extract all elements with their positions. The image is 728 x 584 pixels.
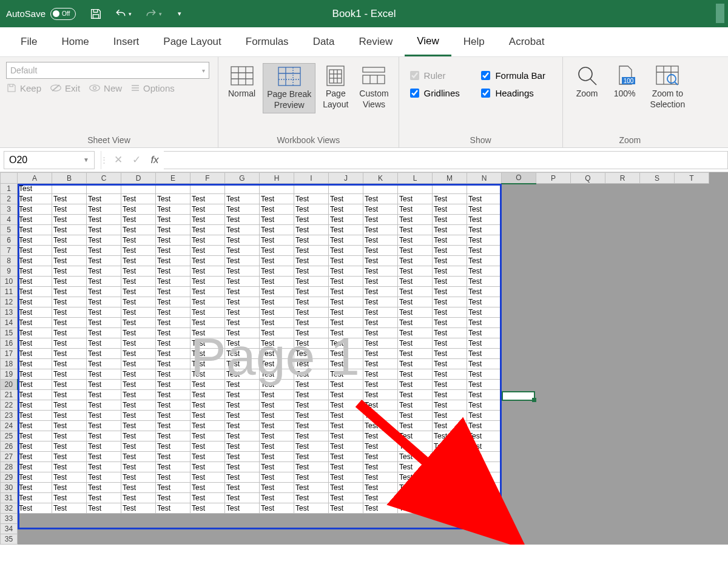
cell-F19[interactable]: Test <box>190 369 225 380</box>
cell-L28[interactable]: Test <box>398 462 433 472</box>
cell-Q17[interactable] <box>571 349 605 359</box>
page-break-preview-button[interactable]: Page Break Preview <box>263 63 315 113</box>
cell-Q24[interactable] <box>571 421 605 431</box>
cell-Q7[interactable] <box>571 246 605 256</box>
cell-B29[interactable]: Test <box>52 472 87 483</box>
cell-N31[interactable]: Test <box>467 493 502 503</box>
cell-J26[interactable]: Test <box>329 441 363 452</box>
cell-D20[interactable]: Test <box>121 380 156 390</box>
cell-G3[interactable]: Test <box>225 204 260 215</box>
cell-C7[interactable]: Test <box>87 246 121 256</box>
cell-O23[interactable] <box>502 411 536 421</box>
cell-S32[interactable] <box>640 503 675 514</box>
cell-B15[interactable]: Test <box>52 328 87 338</box>
cell-F20[interactable]: Test <box>190 380 225 390</box>
cell-I29[interactable]: Test <box>294 472 329 483</box>
cell-Q22[interactable] <box>571 400 605 411</box>
cell-M13[interactable]: Test <box>433 307 467 318</box>
cell-R34[interactable] <box>605 524 640 534</box>
cell-E12[interactable]: Test <box>156 297 190 307</box>
row-head-19[interactable]: 19 <box>1 369 18 380</box>
cell-O16[interactable] <box>502 338 536 349</box>
cell-C14[interactable]: Test <box>87 318 121 328</box>
cell-G15[interactable]: Test <box>225 328 260 338</box>
cell-D29[interactable]: Test <box>121 472 156 483</box>
cell-T27[interactable] <box>675 452 709 462</box>
cell-E1[interactable] <box>156 184 190 194</box>
cell-O13[interactable] <box>502 307 536 318</box>
cell-H28[interactable]: Test <box>260 462 294 472</box>
cell-F28[interactable]: Test <box>190 462 225 472</box>
cell-F30[interactable]: Test <box>190 483 225 493</box>
cell-S19[interactable] <box>640 369 675 380</box>
col-head-P[interactable]: P <box>536 173 571 184</box>
cell-G6[interactable]: Test <box>225 235 260 246</box>
row-head-4[interactable]: 4 <box>1 215 18 225</box>
cell-P23[interactable] <box>536 411 571 421</box>
cell-C4[interactable]: Test <box>87 215 121 225</box>
cell-E21[interactable]: Test <box>156 390 190 400</box>
cell-O31[interactable] <box>502 493 536 503</box>
cell-F15[interactable]: Test <box>190 328 225 338</box>
cell-Q30[interactable] <box>571 483 605 493</box>
cell-L2[interactable]: Test <box>398 194 433 204</box>
cell-E3[interactable]: Test <box>156 204 190 215</box>
cell-A31[interactable]: Test <box>18 493 52 503</box>
row-head-12[interactable]: 12 <box>1 297 18 307</box>
cell-Q21[interactable] <box>571 390 605 400</box>
cell-K17[interactable]: Test <box>363 349 398 359</box>
cell-M8[interactable]: Test <box>433 256 467 266</box>
row-head-31[interactable]: 31 <box>1 493 18 503</box>
cell-C21[interactable]: Test <box>87 390 121 400</box>
cell-B18[interactable]: Test <box>52 359 87 369</box>
cell-D33[interactable] <box>121 514 156 524</box>
cell-M35[interactable] <box>433 534 467 545</box>
cell-H17[interactable]: Test <box>260 349 294 359</box>
cell-L25[interactable]: Test <box>398 431 433 441</box>
undo-icon[interactable]: ▾ <box>112 7 133 21</box>
row-head-27[interactable]: 27 <box>1 452 18 462</box>
cell-S14[interactable] <box>640 318 675 328</box>
cell-A6[interactable]: Test <box>18 235 52 246</box>
cell-Q8[interactable] <box>571 256 605 266</box>
cell-F31[interactable]: Test <box>190 493 225 503</box>
cell-O29[interactable] <box>502 472 536 483</box>
row-head-3[interactable]: 3 <box>1 204 18 215</box>
custom-views-button[interactable]: Custom Views <box>356 63 392 113</box>
cell-K1[interactable] <box>363 184 398 194</box>
cell-S21[interactable] <box>640 390 675 400</box>
cell-R32[interactable] <box>605 503 640 514</box>
cell-G9[interactable]: Test <box>225 266 260 277</box>
cell-T16[interactable] <box>675 338 709 349</box>
cell-G27[interactable]: Test <box>225 452 260 462</box>
cell-N25[interactable]: Test <box>467 431 502 441</box>
cell-M12[interactable]: Test <box>433 297 467 307</box>
cell-S31[interactable] <box>640 493 675 503</box>
cell-K5[interactable]: Test <box>363 225 398 235</box>
cell-G29[interactable]: Test <box>225 472 260 483</box>
cell-N3[interactable]: Test <box>467 204 502 215</box>
cell-K15[interactable]: Test <box>363 328 398 338</box>
cell-R6[interactable] <box>605 235 640 246</box>
cell-S3[interactable] <box>640 204 675 215</box>
cell-M18[interactable]: Test <box>433 359 467 369</box>
row-head-26[interactable]: 26 <box>1 441 18 452</box>
cell-L31[interactable]: Test <box>398 493 433 503</box>
cell-S33[interactable] <box>640 514 675 524</box>
cell-I15[interactable]: Test <box>294 328 329 338</box>
cell-R30[interactable] <box>605 483 640 493</box>
cell-P7[interactable] <box>536 246 571 256</box>
cell-T18[interactable] <box>675 359 709 369</box>
cell-Q2[interactable] <box>571 194 605 204</box>
cell-D7[interactable]: Test <box>121 246 156 256</box>
col-head-Q[interactable]: Q <box>571 173 605 184</box>
cell-G2[interactable]: Test <box>225 194 260 204</box>
cell-P26[interactable] <box>536 441 571 452</box>
cell-D35[interactable] <box>121 534 156 545</box>
cell-I30[interactable]: Test <box>294 483 329 493</box>
cell-B20[interactable]: Test <box>52 380 87 390</box>
cell-L11[interactable]: Test <box>398 287 433 297</box>
cell-Q20[interactable] <box>571 380 605 390</box>
cell-I33[interactable] <box>294 514 329 524</box>
cell-R4[interactable] <box>605 215 640 225</box>
